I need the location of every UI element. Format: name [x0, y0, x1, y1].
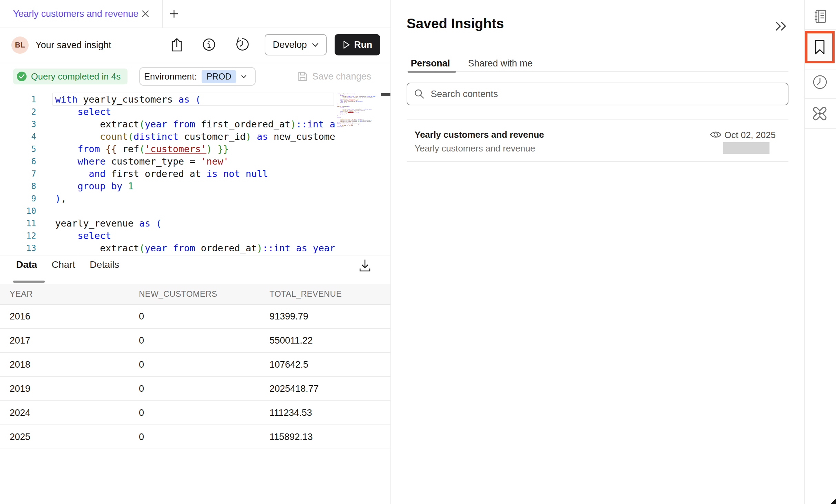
- code-token: year: [313, 243, 335, 253]
- code-token: ): [55, 193, 61, 204]
- minimap-line: order by 1: [337, 126, 376, 128]
- active-tab-marker: [408, 71, 456, 73]
- query-status-badge: Query completed in 4s: [13, 69, 128, 84]
- search-box[interactable]: [407, 83, 788, 105]
- rail-section-divider: [805, 98, 836, 99]
- table-row[interactable]: 20250115892.13: [0, 425, 390, 449]
- info-icon[interactable]: [203, 38, 215, 51]
- tab-details[interactable]: Details: [90, 259, 119, 270]
- saved-insights-rail-button-active[interactable]: [805, 31, 835, 63]
- table-cell: 550011.22: [269, 335, 390, 346]
- code-token: as: [257, 131, 268, 142]
- avatar[interactable]: BL: [11, 36, 29, 54]
- code-token: from: [173, 119, 195, 129]
- search-input[interactable]: [430, 88, 740, 100]
- code-token: with: [55, 94, 78, 105]
- table-row[interactable]: 20180107642.5: [0, 353, 390, 377]
- code-token: }}: [217, 144, 229, 154]
- tab-personal[interactable]: Personal: [411, 56, 450, 70]
- table-row[interactable]: 201902025418.77: [0, 377, 390, 401]
- develop-label: Develop: [273, 40, 307, 50]
- table-row[interactable]: 2016091399.79: [0, 305, 390, 329]
- table-cell: 2018: [10, 359, 139, 370]
- code-token: distinct: [134, 131, 179, 142]
- code-line: 10: [0, 205, 390, 217]
- code-token: 1: [128, 181, 133, 191]
- save-changes-button[interactable]: Save changes: [297, 69, 371, 84]
- code-token: total_revenue: [362, 121, 371, 122]
- code-token: 'new': [201, 156, 229, 167]
- code-token: 1: [346, 113, 347, 115]
- code-token: [251, 131, 257, 142]
- code-token: (: [139, 243, 145, 253]
- code-token: select: [78, 106, 111, 117]
- code-token: 1: [346, 102, 347, 103]
- code-token: customer_id: [179, 131, 246, 142]
- environment-selector[interactable]: Environment: PROD: [139, 67, 256, 86]
- code-token: (: [150, 218, 162, 229]
- code-token: (: [190, 94, 201, 105]
- code-token: customer_type =: [105, 156, 201, 167]
- run-label: Run: [354, 40, 372, 50]
- notebook-icon[interactable]: [812, 9, 828, 24]
- code-token: [100, 144, 105, 154]
- code-token: by: [111, 181, 123, 191]
- code-token: [55, 168, 89, 179]
- close-tab-icon[interactable]: [141, 10, 150, 18]
- code-token: extract: [55, 119, 139, 129]
- table-cell: 0: [139, 311, 269, 322]
- code-lines: 1with yearly_customers as (2 select3 ext…: [0, 93, 390, 255]
- dbt-logo-icon[interactable]: [812, 106, 828, 122]
- share-icon[interactable]: [171, 37, 183, 52]
- table-cell: 2019: [10, 384, 139, 394]
- new-tab-icon[interactable]: [170, 9, 179, 18]
- table-cell: 2017: [10, 335, 139, 346]
- editor-minimap[interactable]: with yearly_customers as ( select extrac…: [336, 89, 381, 255]
- table-cell: 91399.79: [269, 311, 390, 322]
- tab-yearly-customers-and-revenue[interactable]: Yearly customers and revenue: [13, 0, 139, 28]
- resize-corner: [830, 498, 836, 504]
- environment-label: Environment:: [144, 71, 197, 82]
- code-token: ): [246, 131, 251, 142]
- code-token: total_revenue: [356, 109, 365, 111]
- environment-value-pill: PROD: [202, 70, 236, 83]
- code-token: year: [145, 119, 167, 129]
- tab-shared-with-me[interactable]: Shared with me: [468, 56, 533, 70]
- tab-chart[interactable]: Chart: [52, 259, 75, 270]
- download-icon[interactable]: [358, 258, 371, 273]
- insight-title: Your saved insight: [35, 36, 111, 54]
- minimap-code: with yearly_customers as ( select extrac…: [337, 94, 376, 127]
- code-token: [324, 119, 329, 129]
- rail-section-divider: [805, 29, 836, 30]
- code-token: as: [139, 218, 151, 229]
- history-icon[interactable]: [235, 37, 249, 52]
- code-token: 'customers': [145, 144, 206, 154]
- code-token: ::int: [263, 243, 290, 253]
- develop-button[interactable]: Develop: [265, 34, 327, 55]
- code-token: as: [179, 94, 190, 105]
- insight-item-date: Oct 02, 2025: [724, 129, 776, 140]
- table-row[interactable]: 20170550011.22: [0, 329, 390, 353]
- code-token: null: [356, 112, 359, 114]
- code-line: 12 select: [0, 230, 390, 242]
- code-token: count: [100, 131, 128, 142]
- collapse-panel-icon[interactable]: [775, 21, 787, 32]
- clock-icon[interactable]: [812, 74, 828, 90]
- code-line: 11yearly_revenue as (: [0, 217, 390, 230]
- code-line: 13 extract(year from ordered_at)::int as…: [0, 242, 390, 254]
- code-token: as: [296, 243, 307, 253]
- editor-scrollbar[interactable]: [381, 89, 390, 255]
- sql-editor[interactable]: 1with yearly_customers as (2 select3 ext…: [0, 89, 390, 255]
- editor-pane: Yearly customers and revenue BL Your sav…: [0, 0, 391, 504]
- save-changes-label: Save changes: [312, 69, 371, 84]
- rail-divider: [804, 0, 805, 504]
- code-token: group: [78, 181, 105, 191]
- table-row[interactable]: 20240111234.53: [0, 401, 390, 425]
- floppy-disk-icon: [297, 71, 308, 82]
- editor-scrollbar-thumb[interactable]: [381, 93, 390, 96]
- insight-item-title[interactable]: Yearly customers and revenue: [415, 129, 544, 140]
- rail-section-divider: [805, 128, 836, 129]
- tab-data[interactable]: Data: [16, 259, 37, 270]
- line-number: 4: [0, 130, 36, 143]
- run-button[interactable]: Run: [335, 34, 380, 55]
